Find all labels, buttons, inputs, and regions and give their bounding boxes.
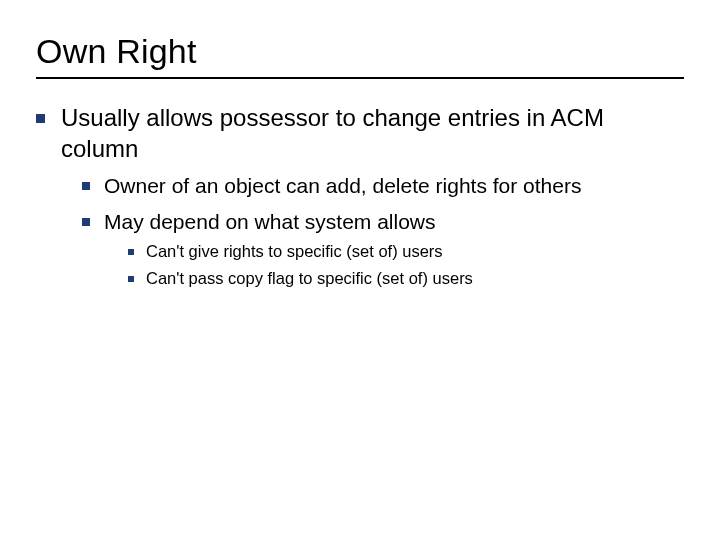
square-bullet-icon bbox=[36, 114, 45, 123]
square-bullet-icon bbox=[82, 182, 90, 190]
slide-title: Own Right bbox=[36, 32, 684, 71]
bullet-text: Owner of an object can add, delete right… bbox=[104, 172, 581, 199]
bullet-level1: Usually allows possessor to change entri… bbox=[36, 103, 684, 164]
bullet-level2: Owner of an object can add, delete right… bbox=[82, 172, 684, 199]
square-bullet-icon bbox=[128, 276, 134, 282]
slide: Own Right Usually allows possessor to ch… bbox=[0, 0, 720, 290]
sub-bullets: Owner of an object can add, delete right… bbox=[36, 172, 684, 289]
bullet-level3: Can't pass copy flag to specific (set of… bbox=[128, 268, 684, 289]
title-divider bbox=[36, 77, 684, 79]
bullet-text: Can't give rights to specific (set of) u… bbox=[146, 241, 443, 262]
bullet-text: May depend on what system allows bbox=[104, 208, 436, 235]
bullet-level3: Can't give rights to specific (set of) u… bbox=[128, 241, 684, 262]
bullet-text: Usually allows possessor to change entri… bbox=[61, 103, 684, 164]
square-bullet-icon bbox=[82, 218, 90, 226]
square-bullet-icon bbox=[128, 249, 134, 255]
bullet-text: Can't pass copy flag to specific (set of… bbox=[146, 268, 473, 289]
bullet-level2: May depend on what system allows bbox=[82, 208, 684, 235]
